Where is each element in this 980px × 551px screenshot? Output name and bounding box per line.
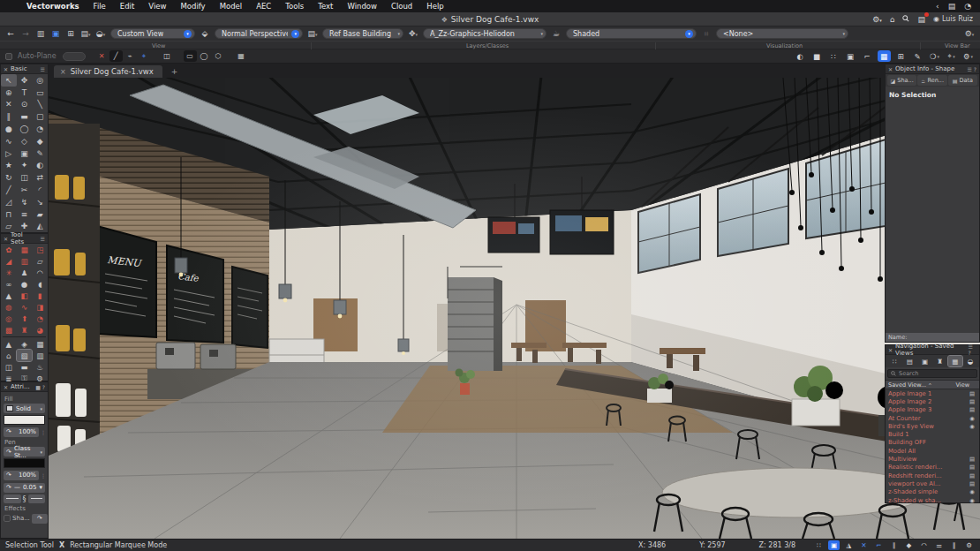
interactive-scaling-off[interactable]: ✕ xyxy=(95,50,109,62)
chamfer-tool[interactable]: ◿ xyxy=(1,196,17,208)
toolset-cube[interactable]: ◳ xyxy=(32,244,48,255)
palette-menu-icon[interactable]: ☰ ? xyxy=(968,66,976,72)
lighting-options-icon[interactable]: ❍▾ xyxy=(928,50,941,62)
grouping-mode[interactable]: ▦ xyxy=(235,50,248,62)
view-options-icon[interactable]: ▤▾ xyxy=(79,29,92,38)
selection-tool[interactable]: ↖ xyxy=(1,74,17,87)
viewport-tool[interactable]: ▣ xyxy=(17,147,33,160)
auto-plane-checkbox[interactable] xyxy=(5,53,12,60)
palette-menu-icon[interactable]: ☰ ? xyxy=(969,343,976,356)
list-column-headers[interactable]: Saved View... ^ View xyxy=(886,380,979,389)
tab-data[interactable]: ▤Data xyxy=(948,75,977,86)
saved-view-row[interactable]: Build 1 xyxy=(886,430,979,438)
locus-tool[interactable]: ⊙ xyxy=(17,99,33,111)
menu-item[interactable]: Modify xyxy=(173,0,212,12)
render-style-dropdown[interactable]: <None>▾ xyxy=(716,28,848,39)
toolset-3d-blob[interactable]: ✿ xyxy=(1,244,17,255)
camera-view-icon[interactable]: ▣ xyxy=(844,50,857,62)
freehand-tool[interactable]: ∿ xyxy=(1,135,17,147)
saved-view-row[interactable]: z-Shaded w sha... ◉ xyxy=(886,496,979,504)
menu-item[interactable]: AEC xyxy=(249,0,278,12)
classes-icon[interactable]: ✥▾ xyxy=(407,29,419,38)
single-object-mode[interactable]: ╱ xyxy=(109,50,123,62)
user-account[interactable]: ◉Luis Ruiz xyxy=(933,15,973,23)
pen-style-dropdown[interactable]: ↷Class St... ▾ xyxy=(4,447,45,457)
circle-tool[interactable]: ● xyxy=(1,123,17,135)
arc-tool[interactable]: ◔ xyxy=(32,123,48,135)
start-marker-button[interactable] xyxy=(4,494,21,503)
saved-view-row[interactable]: Bird's Eye View ◉ xyxy=(886,422,979,430)
toolset-extrude[interactable]: ◧ xyxy=(17,290,33,301)
design-layers-icon[interactable]: ∷ xyxy=(887,356,901,366)
star-tool[interactable]: ★ xyxy=(1,160,17,172)
toolset-cylinder[interactable]: ▮ xyxy=(32,290,48,301)
text-tool[interactable]: T xyxy=(17,87,33,99)
flag-corner-icon[interactable]: ⌐ xyxy=(861,50,874,62)
annotate-icon[interactable]: ✎ xyxy=(911,50,924,62)
toolset-ruler[interactable]: ▬ xyxy=(17,361,33,373)
pause-snapping-icon[interactable]: ‖ xyxy=(948,540,960,550)
saved-view-row[interactable]: Apple Image 2 ▤ xyxy=(886,397,979,405)
oval-marquee-mode[interactable]: ◯ xyxy=(198,50,211,62)
dimension-tool[interactable]: ✕ xyxy=(1,99,17,111)
offset-tool[interactable]: ⇄ xyxy=(32,171,48,184)
references-icon[interactable]: ◒ xyxy=(963,356,977,366)
toolset-curve[interactable]: ◠ xyxy=(32,267,48,278)
snap-to-angle-icon[interactable]: ◮ xyxy=(843,540,855,550)
snap-to-intersection-icon[interactable]: ✕ xyxy=(858,540,870,550)
render-mode-dropdown[interactable]: Shaded▾ xyxy=(566,28,697,39)
pane-layout-icon[interactable]: ▥ xyxy=(34,29,47,38)
saved-view-row[interactable]: viewport ove Al... ▤ xyxy=(886,479,979,487)
flyover-tool[interactable]: ◎ xyxy=(32,74,48,87)
search-input[interactable]: Search xyxy=(887,369,977,378)
snap-to-distance-icon[interactable]: ∥ xyxy=(888,540,900,550)
saved-view-row[interactable]: Realistic renderi... ▤ xyxy=(886,464,979,472)
oval-tool[interactable]: ◯ xyxy=(17,123,33,135)
saved-views-icon[interactable]: ▦ xyxy=(948,356,962,366)
regular-polygon-tool[interactable]: ▷ xyxy=(1,147,17,160)
saved-view-row[interactable]: Multiview ▤ xyxy=(886,455,979,463)
close-icon[interactable]: ✕ xyxy=(888,66,893,72)
snap-settings-icon[interactable]: ⚙ xyxy=(963,540,975,550)
shadow-checkbox[interactable] xyxy=(4,515,11,522)
viewbar-settings-icon[interactable]: ⚙▾ xyxy=(963,29,976,38)
fly-mode-icon[interactable]: ⌖▾ xyxy=(945,50,958,62)
menu-item[interactable]: Cloud xyxy=(384,0,419,12)
toolset-dome[interactable]: ◖ xyxy=(32,278,48,290)
menu-item[interactable]: Edit xyxy=(113,0,141,12)
grid-snap-icon[interactable]: ∷ xyxy=(813,540,825,550)
resize-tool[interactable]: ↘ xyxy=(32,196,48,208)
polygon-marquee-mode[interactable]: ⬡ xyxy=(212,50,225,62)
camera-effects-icon[interactable]: ⌗ xyxy=(700,29,712,39)
move-by-points-tool[interactable]: ◫ xyxy=(17,171,33,184)
opacity-stepper[interactable]: ⋮ xyxy=(41,429,45,435)
pen-color-swatch[interactable] xyxy=(4,458,45,468)
classes-icon[interactable]: ▣ xyxy=(917,356,931,366)
search-icon[interactable] xyxy=(902,15,909,24)
pen-opacity-control[interactable]: ↷100% xyxy=(4,471,39,480)
rotate-tool[interactable]: ↻ xyxy=(1,171,17,184)
menu-item[interactable]: Help xyxy=(419,0,450,12)
toolset-sheet[interactable]: ▱ xyxy=(32,255,48,267)
attribute-mapping-tool[interactable]: ≡ xyxy=(17,208,33,221)
palette-menu-icon[interactable]: ☰ xyxy=(41,66,45,72)
unified-view-icon[interactable]: ▣ xyxy=(49,29,62,38)
current-view-mode-icon[interactable]: ▦ xyxy=(878,50,891,62)
polygon-tool[interactable]: ◇ xyxy=(17,135,33,147)
toolset-column[interactable]: ⬆ xyxy=(17,313,33,324)
line-tool[interactable]: ╲ xyxy=(32,99,48,111)
close-icon[interactable]: ✕ xyxy=(888,347,893,353)
extend-tool[interactable]: ↯ xyxy=(17,196,33,208)
contrast-view-icon[interactable]: ◐ xyxy=(794,50,807,62)
solid-fill-icon[interactable]: ■ xyxy=(810,50,824,62)
menu-item[interactable]: Vectorworks xyxy=(19,0,87,12)
tab-shape[interactable]: ◪Sha... xyxy=(887,75,916,86)
menu-item[interactable]: Tools xyxy=(278,0,311,12)
snap-to-object-icon[interactable]: ▣ xyxy=(828,540,840,550)
view-settings-icon[interactable]: ⚙▾ xyxy=(961,50,975,62)
toolset-plumbing[interactable]: ♨ xyxy=(32,361,48,373)
rounded-rectangle-tool[interactable]: ▢ xyxy=(32,110,48,123)
eyedropper-tool[interactable]: ▰ xyxy=(32,208,48,221)
mirror-tool[interactable]: ◐ xyxy=(32,160,48,172)
working-plane-mode[interactable]: ⌖ xyxy=(138,50,151,62)
